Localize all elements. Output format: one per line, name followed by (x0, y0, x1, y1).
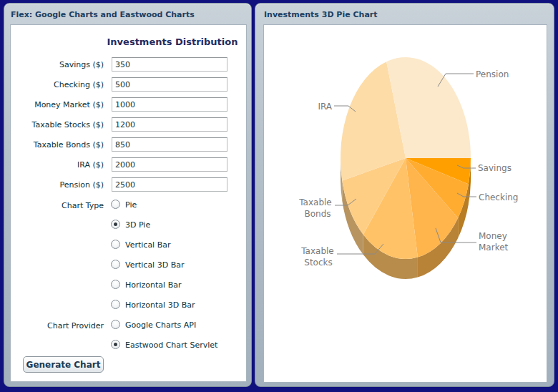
taxable-stocks-input[interactable] (112, 117, 227, 132)
taxable-stocks-label: Taxable Stocks ($) (11, 120, 104, 129)
checking-label: Checking ($) (11, 80, 104, 89)
slice-label-money-market-2: Market (479, 242, 509, 253)
savings-input[interactable] (112, 57, 227, 72)
vertical-bar-radio-label: Vertical Bar (125, 240, 170, 250)
form-panel: Flex: Google Charts and Eastwood Charts … (4, 3, 252, 387)
pie-chart-3d: SavingsCheckingMoneyMarketTaxableStocksT… (264, 25, 548, 383)
slice-label-checking: Checking (479, 192, 518, 202)
radio-dot (114, 222, 117, 226)
chart-type-label: Chart Type (11, 201, 104, 210)
ira-label: IRA ($) (11, 160, 104, 170)
pie-radio-label: Pie (125, 200, 137, 210)
horizontal-bar-radio[interactable] (111, 280, 120, 289)
3d-pie-radio-label: 3D Pie (125, 220, 150, 230)
form-panel-title: Flex: Google Charts and Eastwood Charts (11, 10, 195, 19)
slice-label-money-market-1: Money (479, 231, 507, 241)
checking-input[interactable] (112, 77, 227, 92)
radio-dot (114, 343, 117, 346)
slice-label-taxable-bonds-2: Bonds (304, 209, 331, 219)
pension-label: Pension ($) (11, 180, 104, 190)
vertical-bar-radio[interactable] (111, 240, 120, 249)
chart-panel-content: SavingsCheckingMoneyMarketTaxableStocksT… (263, 24, 547, 383)
eastwood-chart-servlet-radio-selected[interactable] (111, 340, 120, 349)
chart-panel: Investments 3D Pie Chart SavingsChecking… (255, 3, 554, 387)
vertical-3d-bar-radio-label: Vertical 3D Bar (125, 260, 184, 270)
form-title: Investments Distribution (97, 36, 248, 47)
generate-chart-button[interactable]: Generate Chart (23, 356, 104, 373)
form-panel-content: Investments Distribution Savings ($)Chec… (10, 24, 247, 382)
google-charts-api-radio-label: Google Charts API (125, 320, 196, 330)
ira-input[interactable] (112, 157, 227, 172)
google-charts-api-radio[interactable] (111, 320, 120, 329)
chart-provider-label: Chart Provider (11, 321, 104, 330)
horizontal-bar-radio-label: Horizontal Bar (125, 280, 181, 290)
horizontal-3d-bar-radio[interactable] (111, 300, 120, 309)
3d-pie-radio-selected[interactable] (111, 220, 120, 229)
slice-label-taxable-stocks-2: Stocks (304, 258, 332, 268)
slice-label-pension: Pension (476, 69, 509, 79)
slice-label-taxable-bonds-1: Taxable (298, 197, 332, 207)
pension-input[interactable] (112, 177, 227, 192)
taxable-bonds-label: Taxable Bonds ($) (11, 140, 104, 150)
eastwood-chart-servlet-radio-label: Eastwood Chart Servlet (125, 340, 217, 350)
horizontal-3d-bar-radio-label: Horizontal 3D Bar (125, 300, 195, 310)
pie-radio[interactable] (111, 200, 120, 209)
slice-label-savings: Savings (478, 163, 512, 173)
money-market-label: Money Market ($) (11, 100, 104, 109)
money-market-input[interactable] (112, 97, 227, 112)
slice-label-taxable-stocks-1: Taxable (300, 246, 334, 256)
chart-panel-title: Investments 3D Pie Chart (264, 10, 378, 19)
savings-label: Savings ($) (11, 60, 104, 69)
vertical-3d-bar-radio[interactable] (111, 260, 120, 269)
taxable-bonds-input[interactable] (112, 137, 227, 152)
slice-label-ira: IRA (318, 102, 332, 112)
